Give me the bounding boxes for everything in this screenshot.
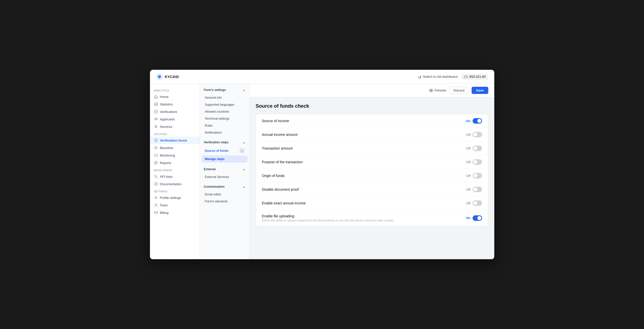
content-body: Source of funds check Source of income O… (250, 97, 494, 259)
second-sidebar-forms-elements[interactable]: Form's elements (200, 198, 250, 205)
preview-button[interactable]: Preview (429, 88, 446, 92)
second-sidebar-allowed-countries[interactable]: Allowed countries (200, 108, 250, 115)
settings-row-enable-file-uploading: Enable file uploading Define the ability… (256, 210, 488, 226)
star-icon (154, 125, 158, 129)
billing-icon (154, 211, 158, 215)
switch-old-dashboard-button[interactable]: Switch to old dashboard (418, 75, 458, 78)
purpose-of-transaction-toggle-area: Off (466, 159, 482, 165)
monitor-icon (154, 153, 158, 157)
external-header[interactable]: External ▲ (200, 165, 250, 173)
sidebar-item-verification-forms[interactable]: Verification forms (150, 137, 200, 144)
sidebar-item-applicants[interactable]: Applicants (150, 115, 200, 123)
key-icon (154, 174, 158, 178)
team-icon (154, 203, 158, 207)
disable-document-proof-toggle-area: Off (466, 187, 482, 192)
stats-icon (154, 102, 158, 106)
analytics-section-label: Analytics (150, 87, 200, 93)
app-window: KYCAID Switch to old dashboard €50,321.6… (150, 70, 494, 259)
second-sidebar-notifications[interactable]: Notifications (200, 129, 250, 136)
chevron-up-icon-2: ▲ (243, 141, 246, 144)
logo-icon (156, 73, 163, 80)
book-icon (154, 182, 158, 186)
page-title: Source of funds check (256, 103, 488, 109)
svg-point-12 (156, 197, 156, 198)
toggle-knob (473, 160, 477, 164)
purpose-of-transaction-toggle[interactable] (472, 159, 482, 165)
transaction-amount-toggle-area: Off (466, 146, 482, 151)
svg-point-2 (466, 77, 467, 77)
chevron-up-icon: ▲ (243, 89, 246, 91)
customisation-items: Email editor Form's elements (200, 191, 250, 206)
second-sidebar-manage-steps[interactable]: Manage steps (202, 156, 248, 163)
sidebar-item-billing[interactable]: Billing (150, 209, 200, 216)
logo-text: KYCAID (165, 75, 179, 79)
sidebar-item-verifications[interactable]: Verifications (150, 108, 200, 115)
sidebar-item-blacklists[interactable]: Blacklists (150, 144, 200, 152)
report-icon (154, 161, 158, 165)
settings-row-disable-document-proof: Disable document proof Off (256, 183, 488, 196)
disable-document-proof-toggle[interactable] (472, 187, 482, 192)
top-bar: KYCAID Switch to old dashboard €50,321.6… (150, 70, 494, 84)
users-icon (154, 117, 158, 121)
settings-row-enable-exact-annual-income: Enable exact annual income Off (256, 196, 488, 210)
annual-income-amount-toggle-label: Off (466, 133, 470, 137)
transaction-amount-label: Transaction amount (262, 146, 293, 150)
top-bar-right: Switch to old dashboard €50,321.60 (418, 74, 488, 80)
sidebar-item-home[interactable]: Home (150, 93, 200, 100)
enable-exact-annual-income-toggle-area: Off (466, 200, 482, 206)
logo-area: KYCAID (156, 73, 179, 80)
collapse-button[interactable]: « (240, 148, 244, 153)
sidebar-item-profile-settings[interactable]: Profile settings (150, 194, 200, 201)
main-content: Preview Discard Save Source of funds che… (250, 84, 494, 259)
sidebar-item-services[interactable]: Services (150, 123, 200, 130)
annual-income-amount-toggle-area: Off (466, 132, 482, 137)
second-sidebar-external-services[interactable]: External Services (200, 173, 250, 180)
forms-settings-header[interactable]: Form's settings ▲ (200, 86, 250, 94)
annual-income-amount-toggle[interactable] (472, 132, 482, 137)
discard-button[interactable]: Discard (449, 87, 468, 94)
verification-steps-header[interactable]: Verification steps ▲ (200, 138, 250, 147)
sidebar-item-team[interactable]: Team (150, 201, 200, 209)
origin-of-funds-label: Origin of funds (262, 174, 285, 178)
source-of-income-toggle[interactable] (472, 118, 482, 124)
content-toolbar: Preview Discard Save (250, 84, 494, 97)
toggle-knob (477, 119, 481, 123)
save-button[interactable]: Save (472, 87, 488, 94)
enable-file-uploading-toggle-area: On (466, 215, 482, 221)
source-of-income-label: Source of income (262, 119, 289, 123)
svg-point-5 (155, 118, 156, 119)
toggle-knob (473, 133, 477, 137)
sidebar-item-statistics[interactable]: Statistics (150, 100, 200, 108)
second-sidebar-technical-settings[interactable]: Technical settings (200, 115, 250, 122)
second-sidebar-supported-languages[interactable]: Supported languages (200, 101, 250, 108)
toggle-knob (473, 201, 477, 205)
second-sidebar-general-info[interactable]: General info (200, 94, 250, 101)
origin-of-funds-toggle-area: Off (466, 173, 482, 178)
second-sidebar-rules[interactable]: Rules (200, 122, 250, 129)
wallet-icon (464, 75, 468, 79)
enable-file-uploading-sublabel: Define the ability to upload images from… (262, 219, 394, 222)
doc-icon (154, 138, 158, 142)
ban-icon (154, 146, 158, 150)
transaction-amount-toggle[interactable] (472, 146, 482, 151)
enable-exact-annual-income-toggle[interactable] (472, 200, 482, 206)
origin-of-funds-toggle[interactable] (472, 173, 482, 178)
customisation-header[interactable]: Customisation ▲ (200, 182, 250, 191)
toggle-knob (477, 216, 481, 220)
second-sidebar-source-of-funds[interactable]: Source of funds « (200, 147, 250, 155)
svg-point-13 (155, 204, 156, 205)
enable-file-uploading-toggle-label: On (466, 216, 470, 220)
purpose-of-transaction-label: Purpose of the transaction (262, 160, 303, 164)
sidebar-item-reports[interactable]: Reports (150, 159, 200, 166)
source-of-income-toggle-area: On (466, 118, 482, 124)
external-items: External Services (200, 173, 250, 181)
second-sidebar-email-editor[interactable]: Email editor (200, 191, 250, 198)
toggle-knob (473, 146, 477, 150)
settings-row-annual-income-amount: Annual income amount Off (256, 128, 488, 142)
sidebar-item-api-keys[interactable]: API keys (150, 173, 200, 180)
enable-file-uploading-toggle[interactable] (472, 215, 482, 221)
annual-income-amount-label: Annual income amount (262, 133, 298, 137)
sidebar-item-monitoring[interactable]: Monitoring (150, 152, 200, 159)
gear-icon (154, 196, 158, 200)
sidebar-item-documentation[interactable]: Documentation (150, 180, 200, 188)
